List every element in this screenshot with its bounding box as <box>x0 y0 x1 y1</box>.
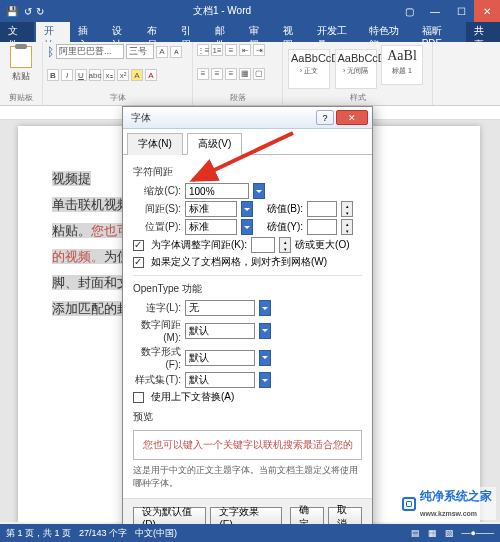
numspacing-dropdown-icon[interactable] <box>259 323 271 339</box>
bluetooth-icon[interactable]: ᛒ <box>47 45 54 59</box>
borders-icon[interactable]: ▢ <box>253 68 265 80</box>
align-right-icon[interactable]: ≡ <box>225 68 237 80</box>
contextalt-checkbox[interactable] <box>133 392 144 403</box>
close-icon[interactable]: ✕ <box>474 0 500 22</box>
share-button[interactable]: 共享 <box>466 22 500 42</box>
tab-file[interactable]: 文件 <box>0 22 34 42</box>
style-nospacing[interactable]: AaBbCcDc› 无间隔 <box>335 49 377 89</box>
tab-view[interactable]: 视图 <box>275 22 309 42</box>
italic-icon[interactable]: I <box>61 69 73 81</box>
font-size-select[interactable]: 三号 <box>126 44 154 59</box>
kerning-input[interactable] <box>251 237 275 253</box>
numform-dropdown-icon[interactable] <box>259 350 271 366</box>
dialog-tab-font[interactable]: 字体(N) <box>127 133 183 155</box>
font-name-select[interactable]: 阿里巴巴普... <box>56 44 124 59</box>
align-center-icon[interactable]: ≡ <box>211 68 223 80</box>
clipboard-group-label: 剪贴板 <box>4 92 38 103</box>
tab-home[interactable]: 开始 <box>36 22 70 42</box>
position-pts-input[interactable] <box>307 219 337 235</box>
position-label: 位置(P): <box>133 220 181 234</box>
ribbon: 粘贴 剪贴板 ᛒ 阿里巴巴普... 三号 A ᴀ B I U abc x₂ x²… <box>0 42 500 106</box>
view-print-icon[interactable]: ▦ <box>428 528 437 538</box>
dialog-tab-advanced[interactable]: 高级(V) <box>187 133 242 155</box>
tab-review[interactable]: 审阅 <box>241 22 275 42</box>
multilevel-icon[interactable]: ≡ <box>225 44 237 56</box>
preview-label: 预览 <box>133 410 362 424</box>
qa-undo-icon[interactable]: ↺ <box>24 6 32 17</box>
tab-pdf[interactable]: 福昕PDF <box>414 22 466 42</box>
tab-references[interactable]: 引用 <box>173 22 207 42</box>
grow-font-icon[interactable]: A <box>156 46 168 58</box>
paste-icon[interactable] <box>10 46 32 68</box>
ribbon-collapse-icon[interactable]: ▢ <box>396 0 422 22</box>
style-normal[interactable]: AaBbCcDc› 正文 <box>288 49 330 89</box>
shrink-font-icon[interactable]: ᴀ <box>170 46 182 58</box>
underline-icon[interactable]: U <box>75 69 87 81</box>
position-input[interactable]: 标准 <box>185 219 237 235</box>
kerning-checkbox[interactable] <box>133 240 144 251</box>
ligature-select[interactable]: 无 <box>185 300 255 316</box>
status-words[interactable]: 27/143 个字 <box>79 527 127 540</box>
scale-dropdown-icon[interactable] <box>253 183 265 199</box>
qa-redo-icon[interactable]: ↻ <box>36 6 44 17</box>
position-dropdown-icon[interactable] <box>241 219 253 235</box>
font-group: ᛒ 阿里巴巴普... 三号 A ᴀ B I U abc x₂ x² A A 字体 <box>43 42 193 105</box>
view-web-icon[interactable]: ▧ <box>445 528 454 538</box>
dialog-close-icon[interactable]: ✕ <box>336 110 368 125</box>
tab-insert[interactable]: 插入 <box>70 22 104 42</box>
kerning-spinner[interactable]: ▴▾ <box>279 237 291 253</box>
font-color-icon[interactable]: A <box>145 69 157 81</box>
indent-dec-icon[interactable]: ⇤ <box>239 44 251 56</box>
ligature-dropdown-icon[interactable] <box>259 300 271 316</box>
section-spacing-label: 字符间距 <box>133 165 362 179</box>
watermark-url: www.kzmsw.com <box>420 510 477 517</box>
dialog-help-icon[interactable]: ? <box>316 110 334 125</box>
style-heading1[interactable]: AaBl标题 1 <box>381 45 423 85</box>
grid-checkbox[interactable] <box>133 257 144 268</box>
numbering-icon[interactable]: 1≡ <box>211 44 223 56</box>
numspacing-label: 数字间距(M): <box>133 318 181 343</box>
align-left-icon[interactable]: ≡ <box>197 68 209 80</box>
dialog-title: 字体 <box>123 111 316 125</box>
position-pts-label: 磅值(Y): <box>267 220 303 234</box>
doc-text: 单击联机视频 <box>52 197 130 212</box>
numspacing-select[interactable]: 默认 <box>185 323 255 339</box>
save-icon[interactable]: 💾 <box>6 6 18 17</box>
scale-input[interactable]: 100% <box>185 183 249 199</box>
sup-icon[interactable]: x² <box>117 69 129 81</box>
zoom-slider[interactable]: —●—— <box>462 528 494 538</box>
kerning-label: 为字体调整字间距(K): <box>151 238 247 252</box>
styles-group: AaBbCcDc› 正文 AaBbCcDc› 无间隔 AaBl标题 1 样式 <box>283 42 433 105</box>
tab-design[interactable]: 设计 <box>104 22 138 42</box>
highlight-icon[interactable]: A <box>131 69 143 81</box>
minimize-icon[interactable]: — <box>422 0 448 22</box>
numform-select[interactable]: 默认 <box>185 350 255 366</box>
spacing-pts-spinner[interactable]: ▴▾ <box>341 201 353 217</box>
strike-icon[interactable]: abc <box>89 69 101 81</box>
shading-icon[interactable]: ▦ <box>239 68 251 80</box>
maximize-icon[interactable]: ☐ <box>448 0 474 22</box>
spacing-dropdown-icon[interactable] <box>241 201 253 217</box>
sub-icon[interactable]: x₂ <box>103 69 115 81</box>
ribbon-tabs: 文件 开始 插入 设计 布局 引用 邮件 审阅 视图 开发工具 特色功能 福昕P… <box>0 22 500 42</box>
paste-label[interactable]: 粘贴 <box>4 70 38 83</box>
tab-developer[interactable]: 开发工具 <box>309 22 361 42</box>
indent-inc-icon[interactable]: ⇥ <box>253 44 265 56</box>
view-read-icon[interactable]: ▤ <box>411 528 420 538</box>
tab-mailings[interactable]: 邮件 <box>207 22 241 42</box>
spacing-input[interactable]: 标准 <box>185 201 237 217</box>
styleset-dropdown-icon[interactable] <box>259 372 271 388</box>
tab-layout[interactable]: 布局 <box>139 22 173 42</box>
dialog-titlebar[interactable]: 字体 ? ✕ <box>123 107 372 129</box>
spacing-pts-input[interactable] <box>307 201 337 217</box>
styles-group-label: 样式 <box>287 92 428 103</box>
status-page[interactable]: 第 1 页，共 1 页 <box>6 527 71 540</box>
bold-icon[interactable]: B <box>47 69 59 81</box>
bullets-icon[interactable]: ⋮≡ <box>197 44 209 56</box>
tab-special[interactable]: 特色功能 <box>361 22 413 42</box>
status-language[interactable]: 中文(中国) <box>135 527 177 540</box>
position-pts-spinner[interactable]: ▴▾ <box>341 219 353 235</box>
styleset-select[interactable]: 默认 <box>185 372 255 388</box>
kerning-unit: 磅或更大(O) <box>295 238 349 252</box>
status-bar: 第 1 页，共 1 页 27/143 个字 中文(中国) ▤ ▦ ▧ —●—— <box>0 524 500 542</box>
